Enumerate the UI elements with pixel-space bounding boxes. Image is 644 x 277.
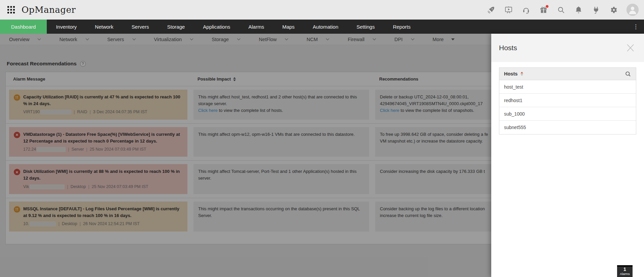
tab-automation[interactable]: Automation xyxy=(304,20,348,34)
app-logo: OpManager xyxy=(22,5,76,15)
alarms-count-badge[interactable]: 1 Alarms xyxy=(617,265,633,277)
top-header: OpManager xyxy=(0,0,644,20)
bell-icon[interactable] xyxy=(574,5,583,14)
hosts-panel-title: Hosts xyxy=(499,44,517,52)
presentation-icon[interactable] xyxy=(504,5,513,14)
host-name: redhost1 xyxy=(504,98,522,103)
search-icon[interactable] xyxy=(557,5,565,14)
host-row[interactable]: sub_1000 xyxy=(499,107,636,121)
tab-network[interactable]: Network xyxy=(86,20,122,34)
user-avatar[interactable] xyxy=(627,4,639,16)
gift-icon[interactable] xyxy=(539,5,548,14)
main-navbar: Dashboard Inventory Network Servers Stor… xyxy=(0,20,644,34)
hosts-table: Hosts host_test redhost1 sub_1000 subnet… xyxy=(499,67,636,134)
headset-icon[interactable] xyxy=(522,5,530,14)
host-name: sub_1000 xyxy=(504,111,525,117)
tab-dashboard[interactable]: Dashboard xyxy=(0,20,47,34)
apps-grid-icon[interactable] xyxy=(7,5,15,14)
host-name: host_test xyxy=(504,84,523,90)
close-icon[interactable] xyxy=(625,43,635,53)
tab-servers[interactable]: Servers xyxy=(122,20,158,34)
plug-icon[interactable] xyxy=(592,5,600,14)
opmanager-app: OpManager xyxy=(0,0,644,277)
tab-inventory[interactable]: Inventory xyxy=(47,20,86,34)
alarms-label: Alarms xyxy=(617,272,633,276)
tab-applications[interactable]: Applications xyxy=(194,20,239,34)
hosts-panel-header: Hosts xyxy=(491,34,644,62)
alarms-count: 1 xyxy=(617,267,633,272)
gift-notification-dot xyxy=(546,5,548,8)
search-icon[interactable] xyxy=(625,71,631,77)
hosts-table-header[interactable]: Hosts xyxy=(499,68,636,80)
tab-settings[interactable]: Settings xyxy=(347,20,384,34)
rocket-icon[interactable] xyxy=(487,5,495,14)
topbar-icons xyxy=(487,4,639,16)
hosts-column-label: Hosts xyxy=(504,71,517,76)
tab-storage[interactable]: Storage xyxy=(158,20,194,34)
tab-alarms[interactable]: Alarms xyxy=(239,20,273,34)
tab-reports[interactable]: Reports xyxy=(384,20,420,34)
host-row[interactable]: redhost1 xyxy=(499,94,636,107)
gear-icon[interactable] xyxy=(609,5,618,14)
host-row[interactable]: host_test xyxy=(499,80,636,94)
tab-maps[interactable]: Maps xyxy=(273,20,304,34)
host-name: subnet555 xyxy=(504,125,526,130)
hosts-panel: Hosts Hosts host_test redhost1 sub_1000 xyxy=(491,34,644,277)
host-row[interactable]: subnet555 xyxy=(499,121,636,134)
nav-overflow-icon[interactable]: ⋮ xyxy=(628,20,644,34)
sort-icon[interactable] xyxy=(521,72,523,76)
